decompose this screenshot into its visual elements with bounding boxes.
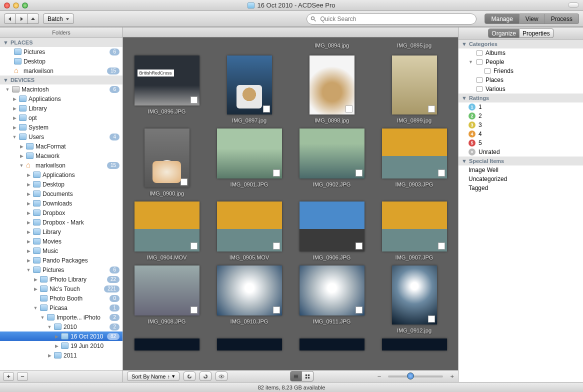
rating-item[interactable]: 22	[458, 112, 583, 120]
thumbnail-cell[interactable]: IMG_0896.JPG	[128, 52, 206, 126]
remove-folder-button[interactable]: −	[17, 372, 28, 381]
disclosure-triangle[interactable]: ▶	[12, 106, 17, 111]
tree-item[interactable]: ▼ Pictures 6	[0, 265, 122, 274]
rating-item[interactable]: 11	[458, 102, 583, 112]
thumbnail-image[interactable]	[217, 338, 282, 350]
thumbnail-cell[interactable]: IMG_0899.jpg	[376, 52, 453, 126]
thumbnail-cell[interactable]: IMG_0900.jpg	[128, 126, 206, 198]
tree-item[interactable]: Desktop	[0, 56, 122, 66]
thumbnail-cell[interactable]: IMG_0910.JPG	[210, 262, 288, 336]
tag-checkbox[interactable]	[438, 242, 445, 250]
disclosure-triangle[interactable]: ▶	[33, 277, 38, 282]
thumbnail-cell[interactable]	[128, 336, 206, 352]
nav-forward-button[interactable]	[16, 14, 28, 24]
tab-organize[interactable]: Organize	[488, 28, 520, 38]
thumbnail-cell[interactable]: IMG_0902.JPG	[293, 126, 370, 198]
disclosure-triangle[interactable]: ▶	[26, 172, 31, 178]
toolbar-toggle-button[interactable]	[568, 2, 579, 8]
tree-item[interactable]: ▶ 2011	[0, 350, 122, 360]
tree-item[interactable]: ▶ Music	[0, 246, 122, 256]
category-item[interactable]: ▼People	[458, 58, 583, 66]
thumbnail-image[interactable]	[144, 128, 190, 188]
thumbnail-image[interactable]	[134, 338, 200, 350]
tag-checkbox[interactable]	[263, 106, 270, 112]
batch-menu-button[interactable]: Batch	[43, 14, 74, 24]
thumbnail-image[interactable]	[300, 202, 364, 252]
add-folder-button[interactable]: +	[3, 372, 14, 381]
category-item[interactable]: Various	[458, 84, 583, 94]
disclosure-triangle[interactable]: ▶	[26, 192, 31, 196]
tab-manage[interactable]: Manage	[484, 14, 519, 24]
category-checkbox[interactable]	[476, 77, 482, 83]
tree-item[interactable]: ▶ Pando Packages	[0, 256, 122, 265]
thumbnail-image[interactable]	[300, 266, 364, 316]
tree-item[interactable]: ▶ MacFormat	[0, 142, 122, 151]
tree-item[interactable]: ▶ System	[0, 122, 122, 132]
tag-checkbox[interactable]	[356, 306, 362, 314]
thumbnail-cell[interactable]: IMG_0912.jpg	[376, 262, 453, 336]
category-item[interactable]: Albums	[458, 48, 583, 58]
category-checkbox[interactable]	[476, 59, 482, 65]
thumbnail-image[interactable]	[217, 128, 282, 178]
places-header[interactable]: ▼PLACES	[0, 38, 122, 47]
thumbnail-image[interactable]	[392, 266, 437, 324]
tag-checkbox[interactable]	[273, 242, 280, 250]
disclosure-triangle[interactable]: ▼	[47, 324, 52, 330]
disclosure-triangle[interactable]: ▶	[26, 248, 31, 254]
disclosure-triangle[interactable]: ▶	[26, 230, 31, 234]
category-checkbox[interactable]	[476, 50, 482, 56]
tab-properties[interactable]: Properties	[520, 28, 554, 38]
thumbnail-cell[interactable]: IMG_0907.JPG	[376, 198, 453, 262]
tree-item[interactable]: ▶ Applications	[0, 94, 122, 104]
tree-item[interactable]: ▶ 16 Oct 2010 82	[0, 332, 122, 341]
thumbnail-cell[interactable]	[293, 336, 370, 352]
tag-checkbox[interactable]	[428, 106, 435, 112]
tree-item[interactable]: ▶ Dropbox - Mark	[0, 218, 122, 227]
list-view-button[interactable]	[290, 371, 302, 382]
disclosure-triangle[interactable]: ▼	[40, 315, 45, 320]
thumbnail-cell[interactable]: IMG_0904.MOV	[128, 198, 206, 262]
thumbnail-cell[interactable]	[128, 40, 206, 48]
thumbnail-cell[interactable]: IMG_0906.JPG	[293, 198, 370, 262]
special-item[interactable]: Tagged	[458, 184, 583, 192]
thumbnail-image[interactable]	[382, 338, 447, 350]
rotate-left-button[interactable]	[184, 372, 196, 381]
tree-item[interactable]: ▶ Applications	[0, 170, 122, 180]
tree-item[interactable]: Pictures 6	[0, 47, 122, 56]
disclosure-triangle[interactable]: ▶	[26, 239, 31, 244]
rating-item[interactable]: 55	[458, 138, 583, 148]
thumbnail-image[interactable]	[382, 128, 447, 178]
categories-header[interactable]: ▼Categories	[458, 40, 583, 48]
tab-view[interactable]: View	[520, 14, 545, 24]
tree-item[interactable]: ▼ Macintosh 6	[0, 84, 122, 94]
disclosure-triangle[interactable]: ▶	[19, 144, 24, 149]
search-input[interactable]	[306, 14, 476, 24]
thumbnail-cell[interactable]: IMG_0894.jpg	[293, 40, 370, 52]
rating-item[interactable]: 33	[458, 120, 583, 130]
thumbnail-cell[interactable]: IMG_0895.jpg	[376, 40, 453, 52]
thumbnail-image[interactable]	[310, 56, 354, 114]
disclosure-triangle[interactable]: ▶	[26, 210, 31, 216]
thumbnail-cell[interactable]: IMG_0903.JPG	[376, 126, 453, 198]
disclosure-triangle[interactable]: ▶	[47, 353, 52, 358]
disclosure-triangle[interactable]: ▶	[12, 116, 17, 120]
special-item[interactable]: Image Well	[458, 166, 583, 174]
tree-item[interactable]: ▼ Importe... iPhoto 2	[0, 312, 122, 322]
disclosure-triangle[interactable]: ▼	[26, 268, 31, 272]
tree-item[interactable]: Photo Booth 0	[0, 294, 122, 303]
nav-up-button[interactable]	[28, 14, 39, 24]
disclosure-triangle[interactable]: ▼	[19, 163, 24, 168]
disclosure-triangle[interactable]: ▶	[54, 334, 59, 339]
zoom-out-icon[interactable]: −	[378, 372, 382, 380]
thumbnail-image[interactable]	[134, 56, 200, 106]
thumbnail-grid[interactable]: IMG_0894.jpgIMG_0895.jpg IMG_0896.JPG IM…	[123, 38, 458, 370]
tree-item[interactable]: ▶ Library	[0, 104, 122, 113]
thumbnail-cell[interactable]: IMG_0911.JPG	[293, 262, 370, 336]
category-item[interactable]: Places	[458, 76, 583, 84]
tag-checkbox[interactable]	[356, 170, 362, 176]
tree-item[interactable]: ▼ 2010 2	[0, 322, 122, 332]
tree-item[interactable]: ▶ Dropbox	[0, 208, 122, 218]
thumbnail-cell[interactable]: IMG_0905.MOV	[210, 198, 288, 262]
disclosure-triangle[interactable]: ▶	[19, 154, 24, 158]
tag-checkbox[interactable]	[438, 170, 445, 176]
